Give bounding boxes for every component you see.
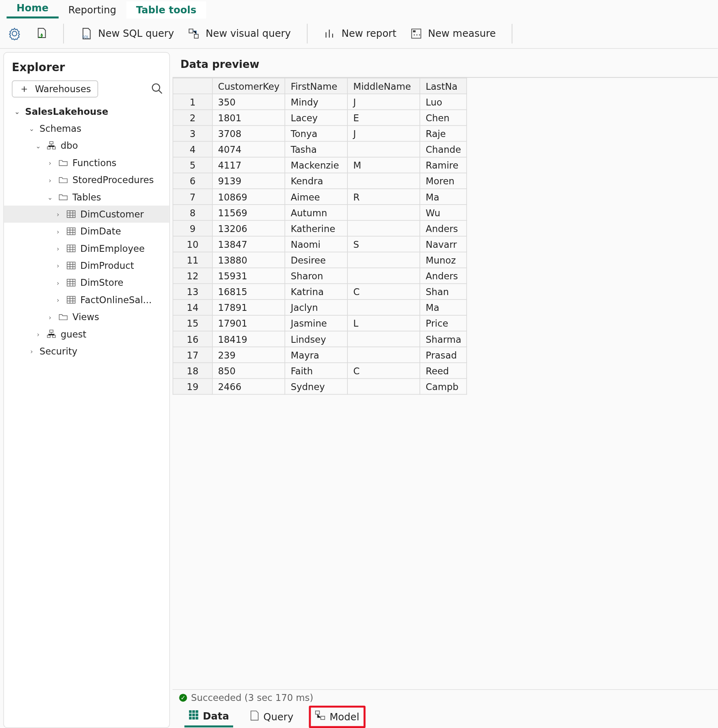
search-icon[interactable] <box>151 82 162 96</box>
svg-point-5 <box>414 34 415 35</box>
tree-tables[interactable]: ⌄Tables <box>4 188 169 205</box>
tree-table-dimstore[interactable]: ›DimStore <box>4 274 169 291</box>
svg-rect-26 <box>196 713 198 716</box>
table-row[interactable]: 710869AimeeRMa <box>173 189 467 205</box>
row-number[interactable]: 1 <box>173 94 213 110</box>
svg-rect-29 <box>196 717 198 720</box>
table-row[interactable]: 18850FaithCReed <box>173 363 467 378</box>
row-number[interactable]: 16 <box>173 331 213 347</box>
table-row[interactable]: 1215931SharonAnders <box>173 268 467 284</box>
table-row[interactable]: 21801LaceyEChen <box>173 110 467 125</box>
status-text: Succeeded (3 sec 170 ms) <box>191 692 314 703</box>
tree-schemas[interactable]: ⌄Schemas <box>4 120 169 137</box>
tree-table-dimdate[interactable]: ›DimDate <box>4 223 169 240</box>
ribbon-tab-home[interactable]: Home <box>6 0 58 19</box>
svg-rect-25 <box>192 713 195 716</box>
row-number[interactable]: 7 <box>173 189 213 205</box>
row-number[interactable]: 4 <box>173 141 213 157</box>
row-number[interactable]: 13 <box>173 284 213 300</box>
table-icon <box>66 226 76 236</box>
column-header-customerkey[interactable]: CustomerKey <box>213 78 285 94</box>
table-row[interactable]: 1350MindyJLuo <box>173 94 467 110</box>
row-number[interactable]: 17 <box>173 347 213 363</box>
row-number[interactable]: 2 <box>173 110 213 125</box>
tab-query-label: Query <box>263 711 293 723</box>
row-number[interactable]: 11 <box>173 252 213 268</box>
tree-table-dimemployee[interactable]: ›DimEmployee <box>4 240 169 257</box>
tree-storedprocedures[interactable]: ›StoredProcedures <box>4 171 169 188</box>
table-row[interactable]: 913206KatherineAnders <box>173 220 467 236</box>
table-icon <box>66 295 76 305</box>
table-row[interactable]: 811569AutumnWu <box>173 205 467 220</box>
row-number[interactable]: 6 <box>173 173 213 189</box>
svg-rect-19 <box>47 335 50 338</box>
row-number[interactable]: 14 <box>173 300 213 315</box>
ribbon-tab-reporting[interactable]: Reporting <box>59 1 126 18</box>
folder-icon <box>58 158 68 168</box>
table-row[interactable]: 192466SydneyCampb <box>173 378 467 394</box>
tab-query[interactable]: Query <box>245 708 297 726</box>
gear-icon[interactable] <box>8 27 21 40</box>
table-row[interactable]: 1316815KatrinaCShan <box>173 284 467 300</box>
warehouses-button[interactable]: ＋ Warehouses <box>12 80 98 97</box>
new-measure-button[interactable]: New measure <box>410 27 496 40</box>
row-number[interactable]: 10 <box>173 236 213 252</box>
tree-security[interactable]: ›Security <box>4 343 169 360</box>
table-row[interactable]: 1618419LindseySharma <box>173 331 467 347</box>
table-row[interactable]: 44074TashaChande <box>173 141 467 157</box>
svg-rect-21 <box>189 710 192 713</box>
table-row[interactable]: 17239MayraPrasad <box>173 347 467 363</box>
tree-schema-guest[interactable]: ›guest <box>4 325 169 342</box>
table-row[interactable]: 1417891JaclynMa <box>173 300 467 315</box>
tree-table-factonlinesal[interactable]: ›FactOnlineSal... <box>4 291 169 308</box>
row-number[interactable]: 18 <box>173 363 213 378</box>
new-report-button[interactable]: New report <box>323 27 396 40</box>
table-row[interactable]: 33708TonyaJRaje <box>173 126 467 141</box>
row-number[interactable]: 5 <box>173 157 213 173</box>
svg-rect-1 <box>189 29 193 33</box>
new-sql-query-button[interactable]: SQL New SQL query <box>80 27 174 40</box>
column-header-firstname[interactable]: FirstName <box>285 78 348 94</box>
svg-rect-30 <box>316 711 320 714</box>
row-number[interactable]: 8 <box>173 205 213 220</box>
table-icon <box>66 277 76 288</box>
row-number[interactable]: 3 <box>173 126 213 141</box>
tab-data[interactable]: Data <box>184 707 233 727</box>
chevron-right-icon: › <box>27 348 36 355</box>
bottom-tabstrip: Data Query Model <box>173 706 718 728</box>
row-number[interactable]: 19 <box>173 378 213 394</box>
table-row[interactable]: 1013847NaomiSNavarr <box>173 236 467 252</box>
svg-rect-16 <box>67 279 75 286</box>
schema-icon <box>46 329 57 339</box>
new-sql-label: New SQL query <box>98 27 174 39</box>
row-number[interactable]: 9 <box>173 220 213 236</box>
tree-table-dimproduct[interactable]: ›DimProduct <box>4 257 169 274</box>
column-header-middlename[interactable]: MiddleName <box>347 78 420 94</box>
row-number[interactable]: 15 <box>173 315 213 331</box>
tree-table-dimcustomer[interactable]: ›DimCustomer <box>4 206 169 223</box>
new-visual-query-button[interactable]: New visual query <box>187 27 291 40</box>
chevron-right-icon: › <box>46 176 54 184</box>
row-number[interactable]: 12 <box>173 268 213 284</box>
table-row[interactable]: 69139KendraMoren <box>173 173 467 189</box>
refresh-data-icon[interactable] <box>34 27 48 40</box>
ribbon-tab-tabletools[interactable]: Table tools <box>126 1 206 18</box>
tree-views[interactable]: ›Views <box>4 308 169 325</box>
grid-icon <box>188 709 199 723</box>
table-row[interactable]: 54117MackenzieMRamire <box>173 157 467 173</box>
row-header-blank[interactable] <box>173 78 213 94</box>
new-report-label: New report <box>341 27 396 39</box>
tree-root-saleslakehouse[interactable]: ⌄SalesLakehouse <box>4 103 169 120</box>
column-header-lastna[interactable]: LastNa <box>420 78 467 94</box>
data-grid[interactable]: CustomerKeyFirstNameMiddleNameLastNa1350… <box>173 77 718 689</box>
folder-icon <box>58 192 68 202</box>
table-row[interactable]: 1113880DesireeMunoz <box>173 252 467 268</box>
plus-icon: ＋ <box>19 84 29 94</box>
tree-functions[interactable]: ›Functions <box>4 154 169 171</box>
table-row[interactable]: 1517901JasmineLPrice <box>173 315 467 331</box>
report-icon <box>323 27 337 40</box>
tree-schema-dbo[interactable]: ⌄dbo <box>4 137 169 154</box>
tab-model[interactable]: Model <box>309 706 365 728</box>
explorer-title: Explorer <box>4 53 169 80</box>
svg-rect-27 <box>189 717 192 720</box>
